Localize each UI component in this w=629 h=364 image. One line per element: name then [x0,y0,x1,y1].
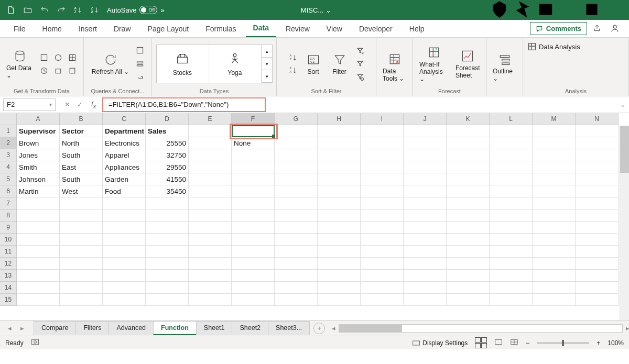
cell-B6[interactable]: West [60,185,103,197]
from-web-icon[interactable] [52,52,64,63]
zoom-in-icon[interactable]: + [597,339,600,347]
premium-icon[interactable] [489,0,511,22]
cell-F4[interactable] [232,161,275,173]
cell-J8[interactable] [404,209,447,222]
col-header-D[interactable]: D [146,113,189,125]
cell-J3[interactable] [404,149,447,161]
cell-N7[interactable] [576,197,619,209]
cell-A13[interactable] [17,270,60,282]
row-header-9[interactable]: 9 [0,222,17,234]
cell-N8[interactable] [576,209,619,222]
cell-A10[interactable] [17,234,60,246]
cell-D3[interactable]: 32750 [146,149,189,161]
cell-D9[interactable] [146,222,189,234]
gallery-up-icon[interactable]: ▴ [262,45,272,58]
cell-L14[interactable] [490,282,533,294]
cell-A3[interactable]: Jones [17,149,60,161]
whatif-button[interactable]: ?What-If Analysis ⌄ [417,44,451,84]
cell-L9[interactable] [490,222,533,234]
cell-A12[interactable] [17,258,60,270]
cell-N11[interactable] [576,246,619,258]
touch-icon[interactable] [512,0,534,22]
fx-icon[interactable]: fx [91,100,99,109]
cell-D15[interactable] [146,294,189,306]
sheet-tab-sheet3[interactable]: Sheet3... [268,321,310,335]
cell-C4[interactable]: Appliances [103,161,146,173]
cell-N9[interactable] [576,222,619,234]
cell-N4[interactable] [576,161,619,173]
cell-M6[interactable] [533,185,576,197]
properties-icon[interactable] [134,58,146,70]
cell-J2[interactable] [404,137,447,149]
cell-F5[interactable] [232,173,275,185]
row-header-3[interactable]: 3 [0,149,17,161]
cell-A5[interactable]: Johnson [17,173,60,185]
tab-nav-next-icon[interactable]: ▸ [16,324,28,332]
cell-M12[interactable] [533,258,576,270]
col-header-H[interactable]: H [318,113,361,125]
cell-K12[interactable] [447,258,490,270]
row-header-6[interactable]: 6 [0,185,17,197]
cell-F10[interactable] [232,234,275,246]
cell-H5[interactable] [318,173,361,185]
cell-I10[interactable] [361,234,404,246]
row-header-4[interactable]: 4 [0,161,17,173]
tab-data[interactable]: Data [246,19,276,37]
cell-M3[interactable] [533,149,576,161]
row-header-12[interactable]: 12 [0,258,17,270]
cell-G5[interactable] [275,173,318,185]
cell-J12[interactable] [404,258,447,270]
cell-L3[interactable] [490,149,533,161]
row-header-1[interactable]: 1 [0,125,17,137]
col-header-F[interactable]: F [232,113,275,125]
vertical-scrollbar[interactable] [620,126,629,320]
cell-A1[interactable]: Supervisor [17,125,60,137]
cell-L10[interactable] [490,234,533,246]
cell-D10[interactable] [146,234,189,246]
cell-D13[interactable] [146,270,189,282]
cell-A9[interactable] [17,222,60,234]
cell-J6[interactable] [404,185,447,197]
cell-G12[interactable] [275,258,318,270]
cell-G8[interactable] [275,209,318,222]
cell-J15[interactable] [404,294,447,306]
cell-M1[interactable] [533,125,576,137]
yoga-type[interactable]: Yoga [209,45,262,83]
stocks-type[interactable]: Stocks [157,45,209,83]
col-header-K[interactable]: K [447,113,490,125]
cell-N1[interactable] [576,125,619,137]
autosave-toggle[interactable]: AutoSave Off [107,6,157,14]
cell-D14[interactable] [146,282,189,294]
cell-B5[interactable]: South [60,173,103,185]
cell-L5[interactable] [490,173,533,185]
sheet-tab-sheet1[interactable]: Sheet1 [196,321,233,335]
cell-M8[interactable] [533,209,576,222]
other-icon[interactable] [67,65,78,76]
page-break-view-icon[interactable] [510,338,518,347]
formula-input[interactable]: =FILTER(A1:D6,B1:B6="Down","None") [105,98,263,111]
cell-C12[interactable] [103,258,146,270]
cell-G14[interactable] [275,282,318,294]
close-icon[interactable] [604,0,626,22]
zoom-slider[interactable] [537,342,589,344]
cell-H15[interactable] [318,294,361,306]
cell-C15[interactable] [103,294,146,306]
cell-A6[interactable]: Martin [17,185,60,197]
cell-H12[interactable] [318,258,361,270]
col-header-E[interactable]: E [189,113,232,125]
cell-K6[interactable] [447,185,490,197]
normal-view-icon[interactable] [475,337,487,348]
cell-D11[interactable] [146,246,189,258]
cell-F9[interactable] [232,222,275,234]
cell-L6[interactable] [490,185,533,197]
cell-I3[interactable] [361,149,404,161]
col-header-I[interactable]: I [361,113,404,125]
cell-G11[interactable] [275,246,318,258]
filter-button[interactable]: Filter [328,51,351,76]
cell-K15[interactable] [447,294,490,306]
cell-D4[interactable]: 29550 [146,161,189,173]
cell-K3[interactable] [447,149,490,161]
cell-D6[interactable]: 35450 [146,185,189,197]
cell-J14[interactable] [404,282,447,294]
cell-M9[interactable] [533,222,576,234]
